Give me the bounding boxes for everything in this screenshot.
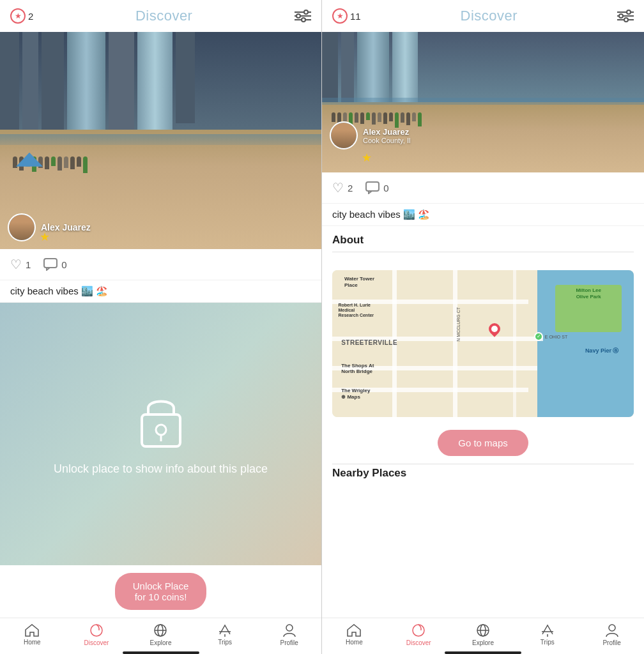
coins-count-right: 11 <box>350 11 361 22</box>
nav-discover-right[interactable]: Discover <box>399 623 438 646</box>
map-road-v3 <box>513 270 516 417</box>
coins-badge-left[interactable]: ★ 2 <box>10 8 33 24</box>
nav-explore-label-right: Explore <box>472 639 494 646</box>
locked-text-left: Unlock place to show info about this pla… <box>41 461 280 477</box>
star-icon-right: ★ <box>332 8 348 24</box>
home-indicator-left <box>123 651 199 654</box>
location-right: Cook County, Il <box>363 137 410 144</box>
map-pin <box>489 323 500 337</box>
coins-badge-right[interactable]: ★ 11 <box>332 8 361 24</box>
filter-icon-left[interactable] <box>295 10 311 22</box>
nav-home-label-right: Home <box>346 639 363 646</box>
map-road-n-mcclurg: N MCCLURG CT <box>456 307 461 342</box>
map-label-lurie: Robert H. LurieMedicalResearch Center <box>338 303 374 319</box>
nav-home-right[interactable]: Home <box>335 624 373 646</box>
about-title: About <box>332 234 634 247</box>
map-green-dot: ✓ <box>534 332 543 341</box>
star-rating-right: ★ <box>362 151 410 165</box>
map-container[interactable]: Milton LeeOlive Park Water TowerPlace Ro… <box>332 270 634 417</box>
post-caption-right: city beach vibes 🏙️ 🏖️ <box>322 204 644 226</box>
likes-count-right: 2 <box>348 183 353 194</box>
likes-count-left: 1 <box>26 259 31 270</box>
trips-icon-left <box>218 624 232 637</box>
svg-point-23 <box>413 625 424 636</box>
svg-point-19 <box>619 14 623 18</box>
nav-home-left[interactable]: Home <box>13 624 51 646</box>
map-park-label: Milton LeeOlive Park <box>555 285 622 302</box>
nav-discover-label-left: Discover <box>84 639 109 646</box>
svg-rect-6 <box>44 259 57 268</box>
nav-explore-right[interactable]: Explore <box>464 623 502 646</box>
map-background: Milton LeeOlive Park Water TowerPlace Ro… <box>332 270 634 417</box>
post-stats-left: ♡ 1 0 <box>0 249 321 280</box>
svg-rect-7 <box>142 414 180 446</box>
right-header-title: Discover <box>461 8 518 24</box>
svg-point-15 <box>286 625 293 631</box>
go-to-maps-container: Go to maps <box>322 422 644 464</box>
explore-icon-right <box>476 623 490 637</box>
nav-trips-left[interactable]: Trips <box>206 624 244 646</box>
unlock-button[interactable]: Unlock Placefor 10 coins! <box>115 573 207 610</box>
nav-profile-label-right: Profile <box>602 639 620 646</box>
home-icon-left <box>25 624 39 637</box>
likes-left[interactable]: ♡ 1 <box>10 257 31 272</box>
left-header: ★ 2 Discover <box>0 0 321 32</box>
svg-point-28 <box>609 625 615 631</box>
comment-icon-right <box>365 181 379 194</box>
post-caption-left: city beach vibes 🏙️ 🏖️ <box>0 280 321 303</box>
comments-right[interactable]: 0 <box>365 181 388 194</box>
nav-profile-left[interactable]: Profile <box>270 623 309 646</box>
nav-trips-right[interactable]: Trips <box>528 624 567 646</box>
svg-point-17 <box>627 10 631 14</box>
about-divider <box>332 252 634 252</box>
discover-icon-right <box>411 623 425 637</box>
nav-discover-left[interactable]: Discover <box>77 623 116 646</box>
home-icon-right <box>347 624 361 637</box>
map-label-ohio: E OHIO ST <box>545 335 567 339</box>
nav-trips-label-right: Trips <box>540 639 555 646</box>
comments-left[interactable]: 0 <box>43 258 66 271</box>
nav-profile-right[interactable]: Profile <box>593 623 631 646</box>
map-label-water-tower: Water TowerPlace <box>344 276 374 288</box>
svg-point-1 <box>304 10 308 14</box>
author-name-right: Alex Juarez <box>363 127 410 137</box>
home-indicator-right <box>445 651 521 654</box>
map-label-streeterville: STREETERVILLE <box>341 339 397 346</box>
profile-icon-right <box>606 623 618 637</box>
svg-point-3 <box>296 14 300 18</box>
left-screen: ★ 2 Discover <box>0 0 322 654</box>
trips-icon-right <box>540 624 555 637</box>
comments-count-left: 0 <box>61 259 66 270</box>
discover-icon-left <box>89 623 103 637</box>
star-icon-left: ★ <box>10 8 26 24</box>
map-label-shops: The Shops AtNorth Bridge <box>341 363 374 375</box>
avatar-right <box>330 121 358 149</box>
bottom-nav-right: Home Discover Explore Trips Profile <box>322 618 644 649</box>
bottom-nav-left: Home Discover Explore Trips Profile <box>0 618 321 649</box>
post-stats-right: ♡ 2 0 <box>322 172 644 204</box>
nav-home-label-left: Home <box>24 639 41 646</box>
nearby-title: Nearby Places <box>322 464 644 485</box>
svg-rect-22 <box>366 182 379 191</box>
explore-icon-left <box>153 623 167 637</box>
svg-point-21 <box>624 18 628 22</box>
post-image-right: Alex Juarez Cook County, Il ★ <box>322 32 644 172</box>
lock-icon-left <box>135 390 187 451</box>
right-screen: ★ 11 Discover <box>322 0 644 654</box>
right-content: Alex Juarez Cook County, Il ★ ♡ 2 0 <box>322 32 644 618</box>
locked-content-left: Unlock place to show info about this pla… <box>0 303 321 565</box>
heart-icon-left: ♡ <box>10 257 22 272</box>
svg-point-8 <box>156 425 166 435</box>
map-road-v2 <box>453 270 457 417</box>
nav-explore-left[interactable]: Explore <box>141 623 180 646</box>
coins-count-left: 2 <box>28 11 33 22</box>
avatar-overlay-right: Alex Juarez Cook County, Il ★ <box>330 121 410 165</box>
likes-right[interactable]: ♡ 2 <box>332 180 353 195</box>
nav-profile-label-left: Profile <box>280 639 298 646</box>
svg-point-5 <box>302 18 305 22</box>
go-to-maps-button[interactable]: Go to maps <box>438 430 528 456</box>
heart-icon-right: ♡ <box>332 180 344 195</box>
about-section: About <box>322 226 644 265</box>
filter-icon-right[interactable] <box>617 10 634 22</box>
avatar-left <box>8 213 36 241</box>
